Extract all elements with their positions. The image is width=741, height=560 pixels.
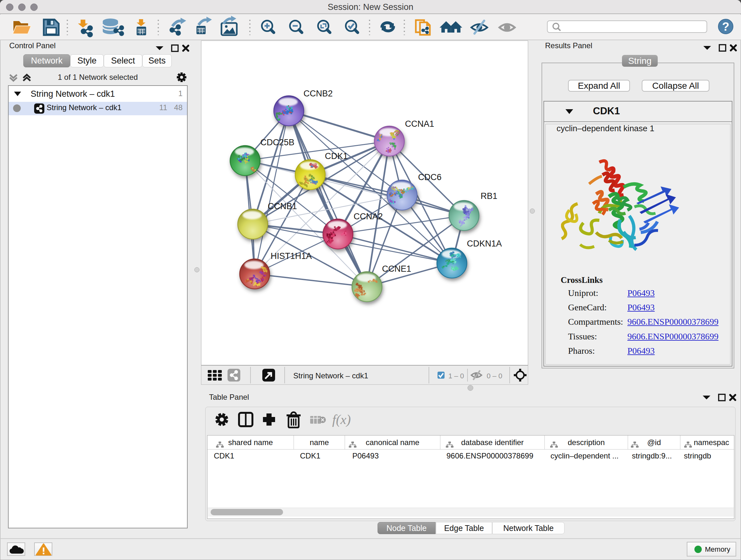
svg-text:String Network – cdk1: String Network – cdk1 <box>293 371 368 380</box>
svg-text:CCNB1: CCNB1 <box>268 201 297 211</box>
svg-text:1 – 0: 1 – 0 <box>448 372 464 380</box>
svg-text:CCNA2: CCNA2 <box>354 212 383 221</box>
svg-text:CDC25B: CDC25B <box>260 138 294 147</box>
svg-text:?: ? <box>722 20 730 33</box>
svg-text:CDKN1A: CDKN1A <box>467 239 502 248</box>
svg-text:CDC6: CDC6 <box>418 172 442 182</box>
svg-text:HIST1H1A: HIST1H1A <box>271 251 312 261</box>
svg-text:CDK1: CDK1 <box>325 151 348 161</box>
svg-text:0 – 0: 0 – 0 <box>487 372 502 380</box>
svg-text:f(x): f(x) <box>332 412 351 427</box>
svg-text:CCNE1: CCNE1 <box>382 264 411 273</box>
svg-text:RB1: RB1 <box>481 191 497 201</box>
svg-text:CCNB2: CCNB2 <box>304 89 333 98</box>
svg-text:CCNA1: CCNA1 <box>405 119 434 129</box>
